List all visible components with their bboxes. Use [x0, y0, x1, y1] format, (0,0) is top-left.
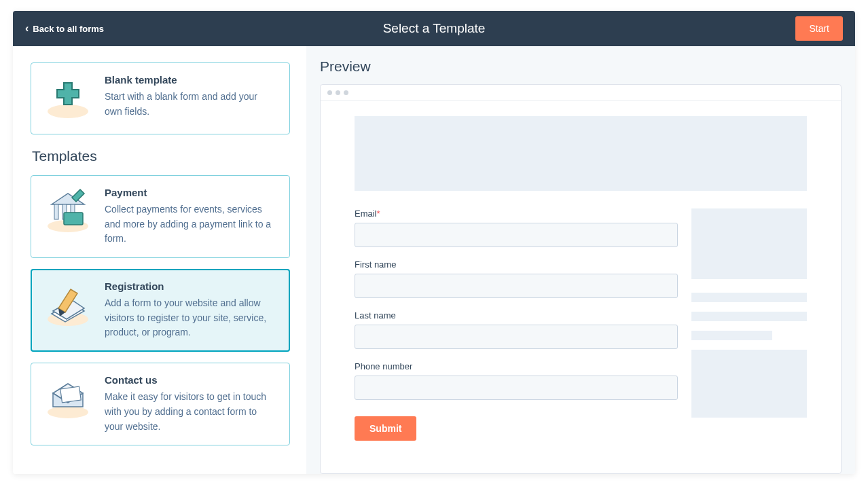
plus-icon — [43, 74, 92, 123]
submit-button[interactable]: Submit — [355, 416, 416, 441]
card-desc: Start with a blank form and add your own… — [105, 90, 277, 119]
preview-panel: Preview Email* First name — [306, 46, 855, 474]
form-pencil-icon — [43, 280, 92, 329]
field-label-firstname: First name — [355, 259, 678, 270]
template-card-contact-us[interactable]: Contact us Make it easy for visitors to … — [31, 363, 290, 445]
template-card-registration[interactable]: Registration Add a form to your website … — [31, 269, 290, 352]
field-label-phone: Phone number — [355, 361, 678, 371]
template-sidebar[interactable]: Blank template Start with a blank form a… — [13, 46, 306, 474]
card-title: Contact us — [105, 374, 277, 386]
preview-title: Preview — [320, 58, 842, 75]
placeholder-hero — [355, 116, 807, 191]
preview-window: Email* First name Last name Phone number… — [320, 84, 842, 474]
templates-section-title: Templates — [32, 148, 290, 164]
phone-number-field[interactable] — [355, 376, 678, 400]
card-title: Payment — [105, 187, 277, 198]
template-card-payment[interactable]: Payment Collect payments for events, ser… — [31, 175, 290, 258]
card-desc: Collect payments for events, services an… — [105, 202, 277, 246]
card-title: Blank template — [105, 74, 277, 86]
placeholder-block — [691, 350, 807, 418]
card-desc: Make it easy for visitors to get in touc… — [105, 390, 277, 434]
preview-scroll-area[interactable]: Email* First name Last name Phone number… — [321, 101, 841, 473]
placeholder-line — [691, 293, 807, 302]
back-label: Back to all forms — [33, 24, 104, 34]
email-field[interactable] — [355, 223, 678, 247]
svg-rect-2 — [54, 204, 58, 219]
envelope-icon — [43, 374, 92, 423]
top-bar: ‹ Back to all forms Select a Template St… — [13, 11, 855, 46]
last-name-field[interactable] — [355, 325, 678, 349]
card-title: Registration — [105, 280, 277, 292]
svg-point-0 — [48, 105, 88, 118]
svg-point-7 — [48, 406, 88, 418]
back-to-forms-link[interactable]: ‹ Back to all forms — [25, 23, 104, 34]
required-asterisk: * — [377, 208, 380, 219]
template-card-blank[interactable]: Blank template Start with a blank form a… — [31, 62, 290, 134]
start-button[interactable]: Start — [795, 16, 843, 41]
svg-rect-5 — [64, 213, 83, 225]
first-name-field[interactable] — [355, 274, 678, 298]
chevron-left-icon: ‹ — [25, 23, 29, 34]
placeholder-line — [691, 312, 807, 321]
bank-icon — [43, 187, 92, 236]
placeholder-line — [691, 331, 772, 340]
field-label-email: Email* — [355, 208, 678, 219]
card-desc: Add a form to your website and allow vis… — [105, 296, 277, 340]
page-title: Select a Template — [383, 21, 486, 36]
window-controls-icon — [321, 85, 841, 101]
field-label-lastname: Last name — [355, 310, 678, 321]
placeholder-block — [691, 208, 807, 279]
preview-side-placeholders — [691, 208, 807, 441]
preview-form: Email* First name Last name Phone number… — [355, 208, 678, 441]
